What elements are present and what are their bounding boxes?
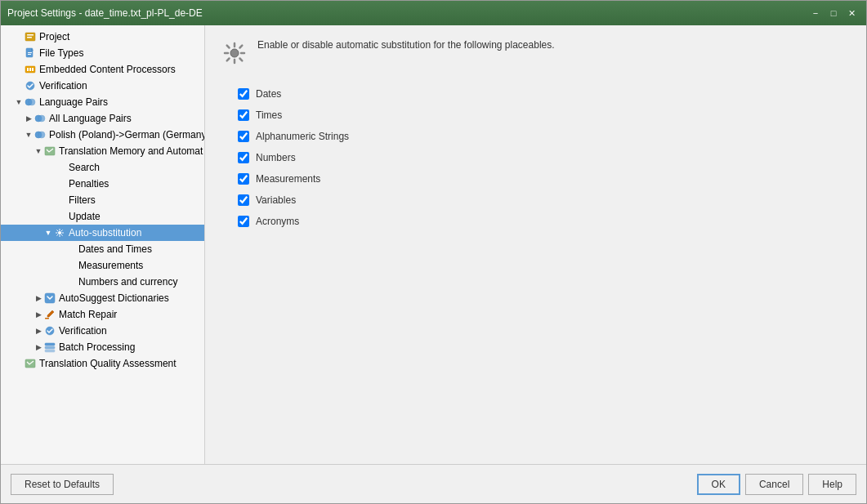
filters-tree-icon [53,194,66,207]
sidebar-item-file-types[interactable]: File Types [1,45,204,61]
expand-icon-match-repair: ▶ [34,310,43,319]
sidebar-label-filters: Filters [69,194,96,206]
checkbox-times[interactable] [238,109,249,121]
help-button[interactable]: Help [808,474,856,495]
checkbox-variables[interactable] [238,194,249,206]
sidebar-label-numbers-currency: Numbers and currency [78,276,177,288]
match-repair-icon [43,308,56,321]
sidebar-item-project[interactable]: Project [1,29,204,45]
sidebar-item-embedded[interactable]: Embedded Content Processors [1,61,204,78]
main-header: Enable or disable automatic substitution… [221,38,850,72]
sidebar-item-verification2[interactable]: ▶ Verification [1,323,204,339]
expand-icon-autosuggest: ▶ [34,293,43,303]
measurements-tree-icon [63,259,76,272]
embedded-icon [24,63,37,76]
expand-icon-numbers-curr [53,277,63,287]
sidebar-item-dates-times[interactable]: Dates and Times [1,241,204,257]
sidebar-label-batch: Batch Processing [59,341,135,353]
checkbox-numbers[interactable] [238,152,249,163]
sidebar-item-batch-processing[interactable]: ▶ Batch Processing [1,339,204,355]
sidebar-item-tm[interactable]: ▼ Translation Memory and Automat [1,143,204,159]
penalties-tree-icon [53,177,66,190]
sidebar-label-search: Search [69,162,100,173]
maximize-button[interactable]: □ [825,6,842,20]
window-controls: − □ ✕ [807,6,860,20]
close-button[interactable]: ✕ [843,6,860,20]
expand-icon-embedded [14,65,24,74]
sidebar-item-quality[interactable]: Translation Quality Assessment [1,355,204,372]
sidebar-label-quality: Translation Quality Assessment [39,358,177,369]
numbers-currency-tree-icon [63,275,76,288]
window-title: Project Settings - date_time.txt_pl-PL_d… [7,7,203,19]
svg-rect-8 [29,68,31,71]
svg-rect-9 [32,68,34,71]
reset-defaults-button[interactable]: Reset to Defaults [11,474,114,495]
settings-large-icon [221,40,248,72]
cancel-button[interactable]: Cancel [745,474,803,495]
sidebar-item-auto-substitution[interactable]: ▼ Auto-substitution [1,225,204,241]
sidebar-item-update[interactable]: Update [1,208,204,225]
auto-sub-icon [53,226,66,239]
checkbox-item-acronyms: Acronyms [238,216,850,227]
checkbox-label-variables: Variables [256,194,296,206]
sidebar-label-dates-times: Dates and Times [78,243,152,255]
expand-icon-update [43,212,53,221]
sidebar-item-autosuggest[interactable]: ▶ AutoSuggest Dictionaries [1,290,204,306]
svg-rect-20 [45,318,49,319]
verification-top-icon [24,79,37,92]
expand-icon-tm: ▼ [34,146,43,156]
sidebar-item-filters[interactable]: Filters [1,192,204,208]
sidebar-label-penalties: Penalties [69,178,109,190]
expand-icon-verification-top [14,81,24,91]
sidebar-item-verification-top[interactable]: Verification [1,78,204,94]
sidebar-label-project: Project [39,31,69,42]
expand-icon-auto-sub: ▼ [43,228,53,238]
sidebar-item-language-pairs[interactable]: ▼ Language Pairs [1,94,204,110]
sidebar-item-polish-german[interactable]: ▼ Polish (Poland)->German (Germany) [1,127,204,143]
minimize-button[interactable]: − [807,6,824,20]
svg-rect-7 [27,68,29,71]
expand-icon-filters [43,195,53,205]
svg-rect-1 [27,34,34,36]
sidebar-item-measurements[interactable]: Measurements [1,257,204,274]
sidebar-label-embedded: Embedded Content Processors [39,64,176,75]
checkbox-label-dates: Dates [256,88,281,100]
dates-tree-icon [63,243,76,256]
checkbox-measurements[interactable] [238,173,249,185]
checkbox-dates[interactable] [238,88,249,100]
sidebar-label-polish-german: Polish (Poland)->German (Germany) [49,129,205,140]
checkbox-label-acronyms: Acronyms [256,216,299,227]
tm-icon [43,145,56,158]
svg-rect-23 [45,346,55,349]
sidebar: Project File Types Embedded Content Proc… [1,25,205,464]
ok-button[interactable]: OK [697,474,740,495]
quality-icon [24,357,37,370]
checkbox-item-alphanumeric: Alphanumeric Strings [238,131,850,142]
sidebar-item-penalties[interactable]: Penalties [1,176,204,192]
sidebar-item-search[interactable]: Search [1,159,204,176]
sidebar-item-all-language-pairs[interactable]: ▶ All Language Pairs [1,110,204,127]
sidebar-label-measurements: Measurements [78,260,143,271]
svg-point-12 [29,99,35,105]
expand-icon-language-pairs: ▼ [14,97,24,107]
sidebar-label-all-lang: All Language Pairs [49,113,132,124]
checkbox-acronyms[interactable] [238,216,249,227]
checkbox-label-numbers: Numbers [256,152,296,163]
sidebar-item-match-repair[interactable]: ▶ Match Repair [1,306,204,323]
sidebar-label-update: Update [69,211,101,222]
sidebar-label-match-repair: Match Repair [59,309,117,320]
checkbox-label-measurements: Measurements [256,173,320,185]
checkbox-label-times: Times [256,109,282,121]
sidebar-item-numbers-currency[interactable]: Numbers and currency [1,274,204,290]
project-icon [24,30,37,43]
checkbox-item-variables: Variables [238,194,850,206]
sidebar-label-tm: Translation Memory and Automat [59,145,203,157]
svg-point-18 [58,231,61,234]
checkbox-alphanumeric[interactable] [238,131,249,142]
all-lang-icon [34,112,47,125]
checkbox-item-dates: Dates [238,88,850,100]
svg-rect-22 [45,343,55,346]
checkbox-list: Dates Times Alphanumeric Strings Numbers [221,88,850,227]
update-tree-icon [53,210,66,223]
sidebar-label-verification-top: Verification [39,80,87,91]
